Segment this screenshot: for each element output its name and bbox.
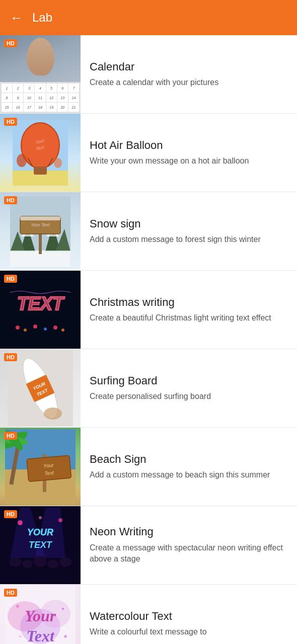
svg-point-73 (16, 605, 19, 608)
item-title: Christmas writing (90, 296, 288, 309)
hd-badge: HD (4, 118, 17, 126)
svg-point-9 (17, 154, 27, 167)
svg-point-57 (23, 560, 33, 568)
list-item[interactable]: Your Text HD Snow sign Add a custom mess… (0, 192, 297, 271)
list-item[interactable]: Your Text HD Hot Air Balloon Write your … (0, 114, 297, 192)
svg-rect-6 (34, 167, 47, 175)
item-desc: Write your own message on a hot air ball… (90, 155, 288, 167)
svg-point-75 (19, 635, 21, 637)
svg-point-28 (24, 329, 27, 332)
item-desc: Write a colourful text message to (90, 626, 288, 637)
item-desc: Create a message with spectacular neon w… (90, 542, 288, 565)
christmas-illustration: TEXT TEXT TEXT (5, 277, 76, 343)
item-desc: Add a custom message to forest sign this… (90, 234, 288, 245)
item-title: Hot Air Balloon (90, 139, 288, 152)
svg-point-60 (59, 557, 71, 567)
svg-point-30 (44, 328, 47, 331)
svg-rect-48 (27, 455, 71, 481)
svg-text:TEXT: TEXT (29, 540, 53, 550)
svg-point-32 (61, 329, 64, 332)
list-item[interactable]: YOUR TEXT HD Surfing Board Create person… (0, 349, 297, 428)
svg-point-27 (16, 326, 20, 330)
svg-point-64 (18, 520, 23, 525)
item-desc: Create personalised surfing board (90, 391, 288, 402)
item-content-christmas: Christmas writing Create a beautiful Chr… (81, 287, 297, 333)
svg-text:YOUR: YOUR (27, 527, 53, 537)
list-item[interactable]: YOUR YOUR TEXT HD Neon Writing Create a … (0, 506, 297, 585)
thumbnail-calendar: 1234567 891011121314 15161718192021 HD (0, 35, 81, 113)
item-title: Watercolour Text (90, 610, 288, 623)
hd-badge: HD (4, 353, 17, 361)
svg-point-59 (47, 559, 58, 569)
item-content-snow: Snow sign Add a custom message to forest… (81, 208, 297, 255)
item-desc: Create a calendar with your pictures (90, 77, 288, 88)
back-button[interactable]: ← (10, 10, 23, 26)
thumbnail-christmas: TEXT TEXT TEXT HD (0, 271, 81, 349)
svg-point-65 (58, 518, 62, 522)
item-desc: Create a beautiful Christmas light writi… (90, 312, 288, 324)
item-title: Surfing Board (90, 374, 288, 387)
svg-point-74 (62, 608, 64, 610)
svg-point-31 (53, 326, 57, 330)
svg-point-56 (9, 557, 21, 567)
item-title: Snow sign (90, 217, 288, 230)
svg-text:Your Text: Your Text (31, 222, 50, 227)
item-title: Beach Sign (90, 453, 288, 466)
item-desc: Add a custom message to beach sign this … (90, 469, 288, 480)
thumbnail-neon: YOUR YOUR TEXT HD (0, 506, 81, 584)
item-title: Neon Writing (90, 525, 288, 538)
list-item[interactable]: TEXT TEXT TEXT HD Christmas writing Crea… (0, 271, 297, 349)
item-content-watercolour: Watercolour Text Write a colourful text … (81, 601, 297, 644)
item-content-beach: Beach Sign Add a custom message to beach… (81, 444, 297, 490)
hd-badge: HD (4, 39, 17, 47)
thumbnail-surfboard: YOUR TEXT HD (0, 349, 81, 427)
header-title: Lab (32, 11, 52, 25)
snow-illustration: Your Text (10, 196, 70, 267)
hd-badge: HD (4, 196, 17, 204)
svg-text:Text: Text (44, 469, 55, 476)
hd-badge: HD (4, 275, 17, 283)
svg-text:Text: Text (26, 627, 55, 645)
thumbnail-beach: Your Text HD (0, 428, 81, 506)
hd-badge: HD (4, 589, 17, 597)
item-content-calendar: Calendar Create a calendar with your pic… (81, 51, 297, 98)
svg-rect-23 (20, 216, 60, 220)
thumbnail-snow: Your Text HD (0, 192, 81, 270)
svg-point-10 (54, 158, 62, 168)
thumbnail-watercolour: Your Text HD (0, 585, 81, 644)
beach-illustration: Your Text (5, 429, 76, 505)
svg-point-40 (44, 408, 62, 420)
item-content-neon: Neon Writing Create a message with spect… (81, 516, 297, 574)
item-content-surfboard: Surfing Board Create personalised surfin… (81, 365, 297, 412)
list-item[interactable]: 1234567 891011121314 15161718192021 HD C… (0, 35, 297, 114)
svg-text:TEXT: TEXT (17, 293, 65, 314)
list-item[interactable]: Your Text HD Watercolour Text Write a co… (0, 585, 297, 644)
list-item[interactable]: Your Text HD Beach Sign Add a custom mes… (0, 428, 297, 506)
hd-badge: HD (4, 432, 17, 440)
svg-text:Your: Your (43, 462, 54, 468)
items-list: 1234567 891011121314 15161718192021 HD C… (0, 35, 297, 644)
hd-badge: HD (4, 510, 17, 518)
svg-point-76 (64, 635, 67, 638)
svg-point-58 (34, 556, 47, 567)
neon-illustration: YOUR YOUR TEXT (5, 508, 76, 583)
item-content-balloon: Hot Air Balloon Write your own message o… (81, 130, 297, 176)
header: ← Lab (0, 0, 297, 35)
balloon-illustration: Your Text (13, 120, 68, 186)
svg-text:Your: Your (25, 607, 56, 625)
thumbnail-balloon: Your Text HD (0, 114, 81, 192)
svg-point-29 (33, 325, 37, 329)
surfboard-illustration: YOUR TEXT (8, 351, 73, 426)
svg-point-66 (39, 516, 42, 519)
item-title: Calendar (90, 60, 288, 73)
